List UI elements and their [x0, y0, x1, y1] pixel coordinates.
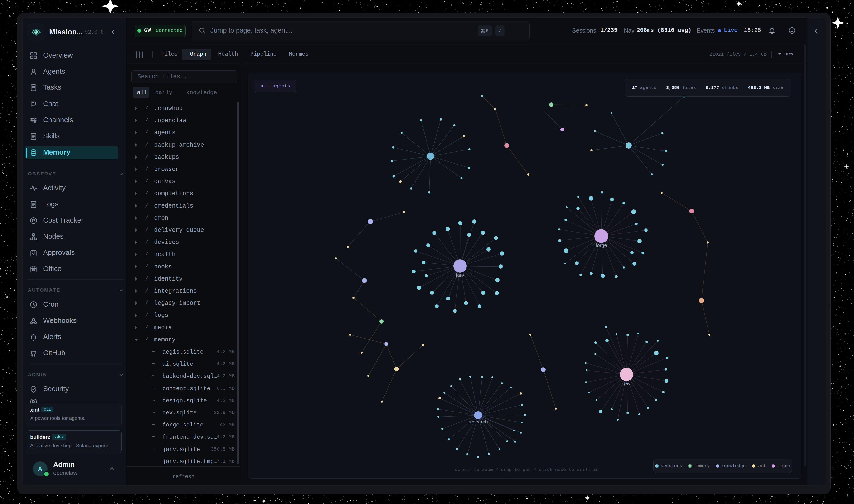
svg-text:forge: forge — [596, 242, 607, 248]
svg-text:research: research — [468, 419, 488, 425]
svg-text:jarv: jarv — [456, 272, 464, 278]
svg-text:dev: dev — [622, 381, 631, 386]
